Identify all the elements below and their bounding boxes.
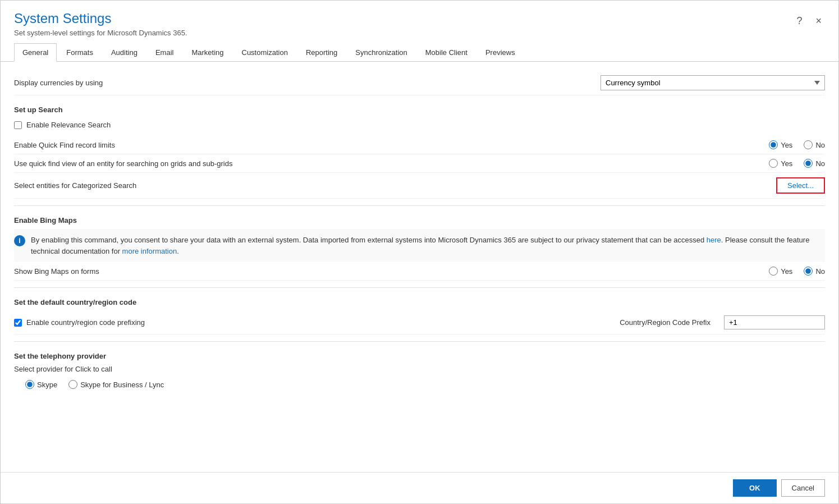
enable-country-code-checkbox-row: Enable country/region code prefixing bbox=[14, 316, 145, 329]
divider-3 bbox=[14, 341, 825, 342]
enable-quick-find-label: Enable Quick Find record limits bbox=[14, 141, 115, 149]
display-currencies-row: Display currencies by using Currency sym… bbox=[14, 71, 825, 95]
quick-find-no-radio[interactable] bbox=[804, 140, 813, 149]
info-icon: i bbox=[14, 235, 25, 246]
display-currencies-control: Currency symbol Currency code bbox=[600, 75, 825, 90]
cancel-button[interactable]: Cancel bbox=[781, 479, 825, 497]
bing-maps-no-label[interactable]: No bbox=[815, 267, 825, 276]
select-entities-row: Select entities for Categorized Search S… bbox=[14, 173, 825, 199]
tab-general[interactable]: General bbox=[14, 43, 57, 62]
use-quick-find-yes-radio[interactable] bbox=[769, 159, 778, 168]
enable-quick-find-control: Yes No bbox=[769, 140, 825, 149]
use-quick-find-control: Yes No bbox=[769, 159, 825, 168]
tab-auditing[interactable]: Auditing bbox=[103, 43, 146, 62]
enable-relevance-search-checkbox[interactable] bbox=[14, 121, 22, 129]
use-quick-find-label: Use quick find view of an entity for sea… bbox=[14, 159, 232, 168]
bottom-spacer bbox=[14, 391, 825, 408]
skype-business-label[interactable]: Skype for Business / Lync bbox=[80, 381, 164, 389]
select-entities-button[interactable]: Select... bbox=[776, 177, 825, 194]
telephony-subtitle: Select provider for Click to call bbox=[14, 365, 825, 373]
display-currencies-label: Display currencies by using bbox=[14, 79, 103, 87]
country-code-prefix-control: Country/Region Code Prefix bbox=[620, 315, 825, 329]
enable-relevance-search-label[interactable]: Enable Relevance Search bbox=[26, 121, 111, 129]
skype-label[interactable]: Skype bbox=[37, 381, 57, 389]
telephony-title: Set the telephony provider bbox=[14, 352, 825, 360]
quick-find-no-option: No bbox=[804, 140, 825, 149]
bing-maps-info-part3: . bbox=[177, 247, 179, 255]
help-button[interactable]: ? bbox=[793, 14, 805, 28]
show-bing-maps-control: Yes No bbox=[769, 267, 825, 276]
country-code-prefix-label: Country/Region Code Prefix bbox=[620, 318, 710, 327]
bing-maps-yes-label[interactable]: Yes bbox=[781, 267, 792, 276]
enable-country-code-row: Enable country/region code prefixing Cou… bbox=[14, 311, 825, 335]
system-settings-dialog: System Settings Set system-level setting… bbox=[0, 0, 839, 504]
use-quick-find-yes-label[interactable]: Yes bbox=[781, 159, 792, 168]
header-text: System Settings Set system-level setting… bbox=[14, 11, 187, 37]
setup-search-title: Set up Search bbox=[14, 106, 825, 114]
ok-button[interactable]: OK bbox=[733, 479, 777, 497]
dialog-footer: OK Cancel bbox=[1, 472, 838, 503]
telephony-options: Skype Skype for Business / Lync bbox=[14, 378, 825, 391]
skype-business-option: Skype for Business / Lync bbox=[68, 380, 164, 389]
use-quick-find-no-label[interactable]: No bbox=[815, 159, 825, 168]
close-button[interactable]: × bbox=[812, 14, 825, 28]
divider-1 bbox=[14, 205, 825, 206]
skype-business-radio[interactable] bbox=[68, 380, 77, 389]
select-entities-control: Select... bbox=[776, 177, 825, 194]
dialog-header: System Settings Set system-level setting… bbox=[1, 1, 838, 43]
bing-maps-yes-option: Yes bbox=[769, 267, 792, 276]
bing-maps-no-option: No bbox=[804, 267, 825, 276]
bing-maps-info-part1: By enabling this command, you consent to… bbox=[31, 236, 707, 244]
country-code-prefix-input[interactable] bbox=[724, 315, 825, 329]
tab-customization[interactable]: Customization bbox=[233, 43, 296, 62]
tab-reporting[interactable]: Reporting bbox=[297, 43, 346, 62]
content-area: Display currencies by using Currency sym… bbox=[1, 62, 838, 472]
use-quick-find-no-radio[interactable] bbox=[804, 159, 813, 168]
tab-marketing[interactable]: Marketing bbox=[183, 43, 232, 62]
tab-previews[interactable]: Previews bbox=[477, 43, 524, 62]
select-entities-label: Select entities for Categorized Search bbox=[14, 181, 136, 190]
skype-radio[interactable] bbox=[25, 380, 34, 389]
enable-country-code-checkbox[interactable] bbox=[14, 319, 22, 327]
default-country-title: Set the default country/region code bbox=[14, 298, 825, 306]
bing-maps-yes-radio[interactable] bbox=[769, 267, 778, 276]
show-bing-maps-row: Show Bing Maps on forms Yes No bbox=[14, 262, 825, 281]
bing-maps-more-info-link[interactable]: more information bbox=[122, 247, 177, 255]
enable-country-code-label[interactable]: Enable country/region code prefixing bbox=[26, 318, 145, 327]
bing-maps-info-text: By enabling this command, you consent to… bbox=[31, 235, 825, 256]
use-quick-find-no-option: No bbox=[804, 159, 825, 168]
quick-find-no-label[interactable]: No bbox=[815, 141, 825, 149]
enable-quick-find-row: Enable Quick Find record limits Yes No bbox=[14, 136, 825, 154]
tab-mobile-client[interactable]: Mobile Client bbox=[417, 43, 476, 62]
dialog-title: System Settings bbox=[14, 11, 187, 26]
tab-email[interactable]: Email bbox=[147, 43, 182, 62]
use-quick-find-row: Use quick find view of an entity for sea… bbox=[14, 154, 825, 173]
bing-maps-no-radio[interactable] bbox=[804, 267, 813, 276]
tabs-bar: General Formats Auditing Email Marketing… bbox=[1, 43, 838, 62]
divider-2 bbox=[14, 287, 825, 288]
enable-relevance-search-row: Enable Relevance Search bbox=[14, 118, 825, 131]
bing-maps-info-box: i By enabling this command, you consent … bbox=[14, 229, 825, 262]
use-quick-find-yes-option: Yes bbox=[769, 159, 792, 168]
quick-find-yes-label[interactable]: Yes bbox=[781, 141, 792, 149]
quick-find-yes-radio[interactable] bbox=[769, 140, 778, 149]
enable-bing-maps-title: Enable Bing Maps bbox=[14, 216, 825, 224]
dialog-subtitle: Set system-level settings for Microsoft … bbox=[14, 29, 187, 37]
skype-option: Skype bbox=[25, 380, 57, 389]
show-bing-maps-label: Show Bing Maps on forms bbox=[14, 267, 99, 276]
tab-synchronization[interactable]: Synchronization bbox=[347, 43, 416, 62]
header-actions: ? × bbox=[793, 11, 825, 28]
tab-formats[interactable]: Formats bbox=[58, 43, 102, 62]
currency-dropdown[interactable]: Currency symbol Currency code bbox=[600, 75, 825, 90]
bing-maps-here-link[interactable]: here bbox=[707, 236, 721, 244]
quick-find-yes-option: Yes bbox=[769, 140, 792, 149]
